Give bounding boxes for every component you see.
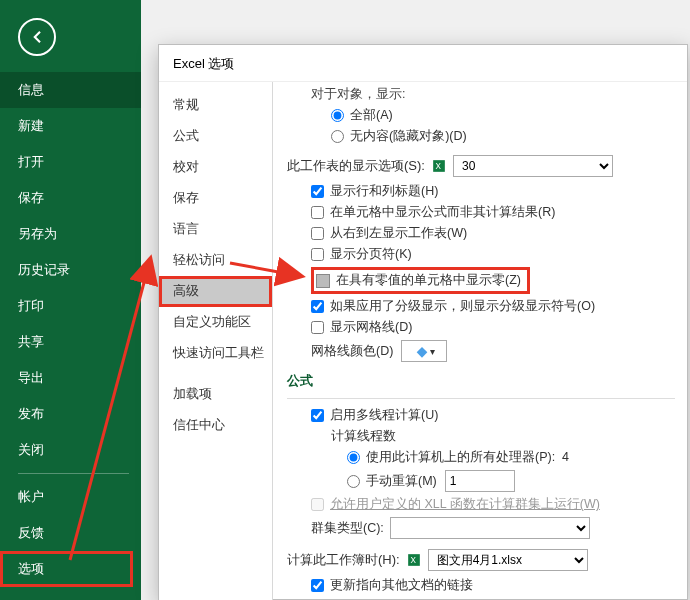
radio-row-all: 全部(A)	[331, 107, 675, 124]
category-general[interactable]: 常规	[159, 90, 272, 121]
chk-gridlines[interactable]	[311, 321, 324, 334]
show-zero-highlight: 在具有零值的单元格中显示零(Z)	[311, 267, 530, 294]
gridline-color-button[interactable]: ▾	[401, 340, 447, 362]
chk-multithread[interactable]	[311, 409, 324, 422]
chk-rtl[interactable]	[311, 227, 324, 240]
category-advanced[interactable]: 高级	[159, 276, 272, 307]
chk-page-breaks-label: 显示分页符(K)	[330, 246, 412, 263]
paint-bucket-icon	[414, 343, 430, 359]
category-save[interactable]: 保存	[159, 183, 272, 214]
radio-manual-label: 手动重算(M)	[366, 473, 437, 490]
sidebar-item-saveas[interactable]: 另存为	[0, 216, 141, 252]
sidebar-item-options[interactable]: 选项	[0, 551, 133, 587]
category-formulas[interactable]: 公式	[159, 121, 272, 152]
svg-text:X: X	[410, 556, 416, 565]
chk-update-links-label: 更新指向其他文档的链接	[330, 577, 473, 594]
thread-count-label: 计算线程数	[331, 428, 675, 445]
chk-rtl-label: 从右到左显示工作表(W)	[330, 225, 467, 242]
sidebar-item-open[interactable]: 打开	[0, 144, 141, 180]
category-list: 常规 公式 校对 保存 语言 轻松访问 高级 自定义功能区 快速访问工具栏 加载…	[159, 82, 273, 600]
radio-objects-all-label: 全部(A)	[350, 107, 393, 124]
chk-xll-cluster-label: 允许用户定义的 XLL 函数在计算群集上运行(W)	[330, 496, 600, 513]
chk-outline-label: 如果应用了分级显示，则显示分级显示符号(O)	[330, 298, 595, 315]
section-formulas: 公式	[287, 372, 675, 390]
chk-multithread-label: 启用多线程计算(U)	[330, 407, 438, 424]
category-proofing[interactable]: 校对	[159, 152, 272, 183]
category-qat[interactable]: 快速访问工具栏	[159, 338, 272, 369]
section-divider	[287, 398, 675, 399]
backstage-sidebar: 信息 新建 打开 保存 另存为 历史记录 打印 共享 导出 发布 关闭 帐户 反…	[0, 0, 141, 600]
chk-show-headers[interactable]	[311, 185, 324, 198]
excel-file-icon: X	[406, 553, 422, 567]
cluster-type-select[interactable]	[390, 517, 590, 539]
radio-use-all-label: 使用此计算机上的所有处理器(P): 4	[366, 449, 569, 466]
excel-sheet-icon: X	[431, 159, 447, 173]
calc-workbook-label: 计算此工作簿时(H):	[287, 551, 400, 569]
gridline-color-label: 网格线颜色(D)	[311, 343, 393, 360]
sidebar-item-feedback[interactable]: 反馈	[0, 515, 141, 551]
sidebar-item-export[interactable]: 导出	[0, 360, 141, 396]
sheet-select[interactable]: 30	[453, 155, 613, 177]
sidebar-item-history[interactable]: 历史记录	[0, 252, 141, 288]
radio-objects-none[interactable]	[331, 130, 344, 143]
objects-label: 对于对象，显示:	[311, 86, 675, 103]
chk-page-breaks[interactable]	[311, 248, 324, 261]
excel-options-dialog: Excel 选项 常规 公式 校对 保存 语言 轻松访问 高级 自定义功能区 快…	[158, 44, 688, 600]
svg-text:X: X	[435, 162, 441, 171]
section-sheet-display: 此工作表的显示选项(S): X 30	[287, 155, 675, 177]
chk-show-zero[interactable]	[316, 274, 330, 288]
radio-objects-none-label: 无内容(隐藏对象)(D)	[350, 128, 467, 145]
sidebar-item-print[interactable]: 打印	[0, 288, 141, 324]
radio-use-all[interactable]	[347, 451, 360, 464]
radio-row-none: 无内容(隐藏对象)(D)	[331, 128, 675, 145]
category-trust[interactable]: 信任中心	[159, 410, 272, 441]
chk-show-zero-label: 在具有零值的单元格中显示零(Z)	[336, 272, 521, 289]
sidebar-item-close[interactable]: 关闭	[0, 432, 141, 468]
chevron-down-icon: ▾	[430, 346, 435, 357]
chk-gridlines-label: 显示网格线(D)	[330, 319, 412, 336]
category-language[interactable]: 语言	[159, 214, 272, 245]
sheet-display-label: 此工作表的显示选项(S):	[287, 157, 425, 175]
chk-update-links[interactable]	[311, 579, 324, 592]
chk-show-formulas-label: 在单元格中显示公式而非其计算结果(R)	[330, 204, 555, 221]
radio-manual[interactable]	[347, 475, 360, 488]
manual-thread-input[interactable]	[445, 470, 515, 492]
sidebar-divider	[18, 473, 129, 474]
chk-show-headers-label: 显示行和列标题(H)	[330, 183, 438, 200]
category-customize-ribbon[interactable]: 自定义功能区	[159, 307, 272, 338]
sidebar-item-account[interactable]: 帐户	[0, 479, 141, 515]
chk-outline[interactable]	[311, 300, 324, 313]
workbook-select[interactable]: 图文用4月1.xlsx	[428, 549, 588, 571]
radio-objects-all[interactable]	[331, 109, 344, 122]
dialog-title: Excel 选项	[159, 45, 687, 82]
section-calc-workbook: 计算此工作簿时(H): X 图文用4月1.xlsx	[287, 549, 675, 571]
options-pane: 对于对象，显示: 全部(A) 无内容(隐藏对象)(D) 此工作表的显示选项(S)…	[273, 82, 687, 600]
sidebar-item-new[interactable]: 新建	[0, 108, 141, 144]
sidebar-item-save[interactable]: 保存	[0, 180, 141, 216]
sidebar-item-info[interactable]: 信息	[0, 72, 141, 108]
cluster-type-label: 群集类型(C):	[311, 520, 384, 537]
chk-xll-cluster	[311, 498, 324, 511]
category-ease[interactable]: 轻松访问	[159, 245, 272, 276]
category-addins[interactable]: 加载项	[159, 379, 272, 410]
sidebar-item-publish[interactable]: 发布	[0, 396, 141, 432]
arrow-left-icon	[28, 28, 46, 46]
sidebar-item-share[interactable]: 共享	[0, 324, 141, 360]
back-button[interactable]	[18, 18, 56, 56]
chk-show-formulas[interactable]	[311, 206, 324, 219]
